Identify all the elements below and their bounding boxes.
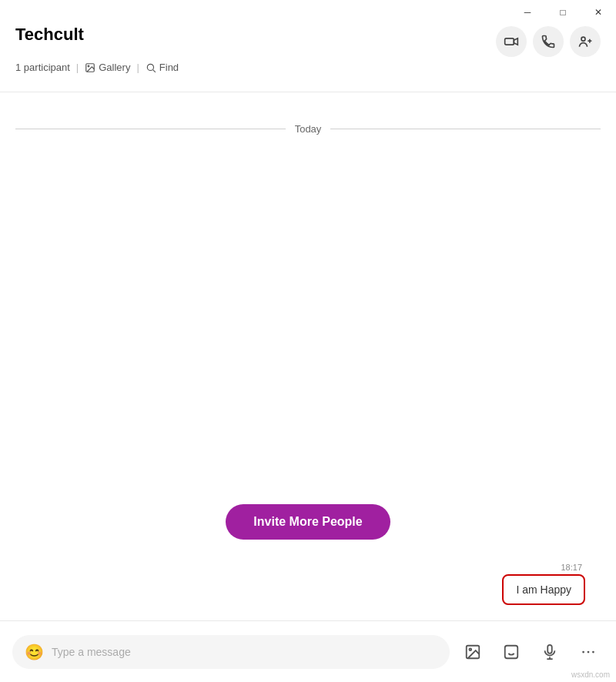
message-time: 18:17 — [561, 563, 582, 572]
invite-area: Invite More People — [15, 504, 601, 540]
header-actions — [496, 26, 601, 57]
phone-icon — [541, 34, 556, 49]
separator-1: | — [76, 62, 79, 73]
input-bar: 😊 — [0, 620, 616, 682]
more-options-button[interactable] — [573, 637, 604, 667]
search-icon — [146, 62, 156, 73]
find-label: Find — [159, 62, 179, 73]
svg-point-6 — [88, 65, 89, 67]
find-button[interactable]: Find — [146, 62, 179, 73]
header-subtitle: 1 participant | Gallery | Find — [15, 62, 601, 73]
svg-rect-14 — [547, 644, 552, 653]
minimize-button[interactable]: ─ — [510, 0, 545, 25]
video-call-button[interactable] — [496, 26, 527, 57]
message-bubble: I am Happy — [502, 574, 585, 605]
maximize-button[interactable]: □ — [545, 0, 581, 25]
participant-count: 1 participant — [15, 62, 70, 73]
gallery-icon — [85, 62, 95, 73]
microphone-icon — [541, 644, 558, 660]
svg-point-2 — [581, 37, 585, 41]
date-label: Today — [295, 123, 322, 135]
svg-point-19 — [592, 650, 594, 653]
emoji-button[interactable]: 😊 — [25, 643, 44, 661]
phone-call-button[interactable] — [533, 26, 564, 57]
more-options-icon — [580, 644, 597, 660]
messages-spacer — [15, 150, 601, 473]
image-upload-button[interactable] — [457, 637, 488, 667]
svg-rect-11 — [505, 645, 518, 658]
watermark: wsxdn.com — [571, 670, 610, 679]
svg-marker-1 — [514, 38, 517, 45]
invite-more-people-button[interactable]: Invite More People — [226, 504, 390, 540]
message-bubble-wrapper: I am Happy — [502, 574, 585, 605]
svg-point-18 — [588, 650, 590, 653]
date-line-left — [15, 129, 286, 129]
chat-title: Techcult — [15, 25, 84, 45]
svg-point-10 — [469, 648, 471, 650]
svg-rect-0 — [505, 38, 514, 45]
message-text: I am Happy — [516, 583, 571, 596]
message-input[interactable] — [52, 646, 437, 658]
close-button[interactable]: ✕ — [581, 0, 616, 25]
date-divider: Today — [15, 123, 601, 135]
gallery-button[interactable]: Gallery — [85, 62, 130, 73]
image-upload-icon — [464, 644, 481, 660]
date-line-right — [330, 129, 601, 129]
separator-2: | — [136, 62, 139, 73]
microphone-button[interactable] — [534, 637, 565, 667]
title-bar: ─ □ ✕ — [510, 0, 616, 25]
chat-name: Techcult — [15, 25, 84, 45]
add-person-button[interactable] — [570, 26, 601, 57]
add-person-icon — [578, 34, 593, 49]
outgoing-message-area: 18:17 I am Happy — [15, 563, 601, 605]
emoji-icon: 😊 — [25, 643, 44, 661]
message-input-wrapper: 😊 — [12, 635, 450, 669]
gif-button[interactable] — [496, 637, 527, 667]
sticker-icon — [503, 644, 520, 660]
svg-point-17 — [582, 650, 584, 653]
gallery-label: Gallery — [99, 62, 130, 73]
messages-area: Today Invite More People 18:17 I am Happ… — [0, 92, 616, 620]
svg-point-7 — [147, 64, 153, 70]
svg-line-8 — [152, 69, 155, 72]
video-icon — [504, 34, 519, 49]
